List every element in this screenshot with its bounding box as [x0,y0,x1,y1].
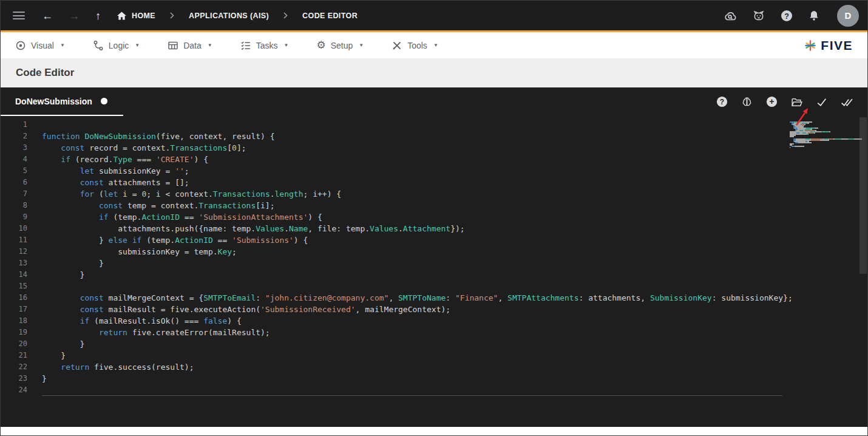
scrollbar-thumb[interactable] [860,117,867,274]
menu-icon[interactable] [13,12,25,19]
line-number[interactable]: 6 [1,177,27,188]
menu-label: Setup [331,41,353,50]
code-line[interactable]: return five.createError(mailResult); [42,327,782,338]
editor-actions: ? + [716,95,867,108]
line-number[interactable]: 1 [1,119,27,131]
code-line[interactable]: const attachments = []; [42,177,782,188]
save-all-check-icon[interactable] [840,96,854,108]
code-line[interactable]: } [42,338,782,350]
menu-items: Visual ▼ Logic ▼ Data ▼ Tasks ▼ ⚙ Setup [15,40,804,51]
chevron-right-icon [170,12,174,19]
cloud-search-icon[interactable] [723,10,737,22]
save-check-icon[interactable] [815,96,828,108]
visual-icon [15,40,26,51]
back-icon[interactable]: ← [42,10,53,21]
menu-visual[interactable]: Visual ▼ [15,40,65,51]
editor-body[interactable]: 123456789101112131415161718192021222324 … [1,116,867,427]
code-line[interactable]: return five.success(result); [42,361,782,373]
code-line[interactable]: if (mailResult.isOk() === false) { [42,315,782,327]
line-number[interactable]: 3 [1,142,27,154]
code-line[interactable]: } [42,373,782,384]
svg-text:+: + [769,97,774,106]
open-file-icon[interactable] [790,96,803,108]
line-number[interactable]: 20 [1,338,27,350]
code-line[interactable]: const temp = context.Transactions[i]; [42,200,782,211]
line-number[interactable]: 14 [1,269,27,281]
menu-label: Logic [109,41,129,50]
home-icon [117,11,127,21]
chevron-down-icon: ▼ [60,43,65,48]
line-number[interactable]: 13 [1,257,27,269]
line-numbers[interactable]: 123456789101112131415161718192021222324 [1,119,27,396]
code-line[interactable]: attachments.push({name: temp.Values.Name… [42,223,782,234]
breadcrumb-applications[interactable]: APPLICATIONS (AIS) [189,12,269,20]
line-number[interactable]: 12 [1,246,27,257]
editor-tab[interactable]: DoNewSubmission [1,87,123,116]
notifications-bell-icon[interactable] [808,10,820,22]
breadcrumb-home-label: HOME [132,12,155,20]
line-number[interactable]: 22 [1,361,27,373]
line-number[interactable]: 19 [1,327,27,338]
menu-data[interactable]: Data ▼ [168,40,212,51]
brand-burst-icon [804,39,816,52]
forward-icon[interactable]: → [69,10,80,21]
line-number[interactable]: 18 [1,315,27,327]
menu-setup[interactable]: ⚙ Setup ▼ [316,40,364,50]
breadcrumb-home[interactable]: HOME [117,11,155,21]
code-line[interactable]: } [42,269,782,281]
up-icon[interactable]: ↑ [95,10,101,21]
tools-icon [392,40,402,51]
line-number[interactable]: 9 [1,211,27,223]
line-number[interactable]: 2 [1,131,27,142]
line-number[interactable]: 11 [1,234,27,246]
line-number[interactable]: 8 [1,200,27,211]
code-line[interactable]: const mailResult = five.executeAction('S… [42,304,782,315]
code-line[interactable]: const record = context.Transactions[0]; [42,142,782,154]
topbar-left: ← → ↑ HOME APPLICATIONS (AIS) CODE EDITO… [9,10,358,21]
code-line[interactable]: } [42,350,782,361]
avatar[interactable]: D [837,5,859,27]
line-number[interactable]: 4 [1,154,27,165]
unsaved-indicator-icon [101,98,107,104]
ai-brain-icon[interactable] [741,96,753,108]
code-line[interactable] [42,119,782,131]
code-line[interactable]: if (temp.ActionID == 'SubmissionAttachme… [42,211,782,223]
editor-help-icon[interactable]: ? [716,95,728,108]
tasks-list-icon [240,40,251,51]
code-line[interactable] [42,384,782,396]
line-number[interactable]: 5 [1,165,27,177]
code-line[interactable]: function DoNewSubmission(five, context, … [42,131,782,142]
line-number[interactable]: 23 [1,373,27,384]
line-number[interactable]: 15 [1,281,27,292]
code-line[interactable]: if (record.Type === 'CREATE') { [42,154,782,165]
code-lines[interactable]: function DoNewSubmission(five, context, … [42,119,782,396]
add-circle-icon[interactable]: + [765,95,778,108]
menu-logic[interactable]: Logic ▼ [93,40,140,51]
chevron-down-icon: ▼ [433,43,438,48]
minimap[interactable] [790,120,858,149]
code-line[interactable]: let submissionKey = ''; [42,165,782,177]
brand-name: FIVE [821,38,853,53]
code-line[interactable]: const mailMergeContext = {SMTPToEmail: "… [42,292,782,304]
menubar: Visual ▼ Logic ▼ Data ▼ Tasks ▼ ⚙ Setup [1,32,867,58]
line-number[interactable]: 10 [1,223,27,234]
line-number[interactable]: 17 [1,304,27,315]
line-number[interactable]: 16 [1,292,27,304]
code-line[interactable]: } [42,257,782,269]
line-number[interactable]: 21 [1,350,27,361]
page-title: Code Editor [16,67,74,79]
menu-tasks[interactable]: Tasks ▼ [240,40,289,51]
code-line[interactable]: submissionKey = temp.Key; [42,246,782,257]
line-number[interactable]: 7 [1,188,27,200]
code-line[interactable]: } else if (temp.ActionID == 'Submissions… [42,234,782,246]
menu-label: Data [183,41,202,50]
code-line[interactable]: for (let i = 0; i < context.Transactions… [42,188,782,200]
assistant-dog-icon[interactable] [752,10,765,22]
page-title-bar: Code Editor [1,58,867,87]
editor-scrollbar[interactable] [859,116,867,427]
help-icon[interactable]: ? [780,9,793,22]
line-number[interactable]: 24 [1,384,27,396]
menu-tools[interactable]: Tools ▼ [392,40,438,51]
code-line[interactable] [42,281,782,292]
chevron-down-icon: ▼ [359,43,364,48]
